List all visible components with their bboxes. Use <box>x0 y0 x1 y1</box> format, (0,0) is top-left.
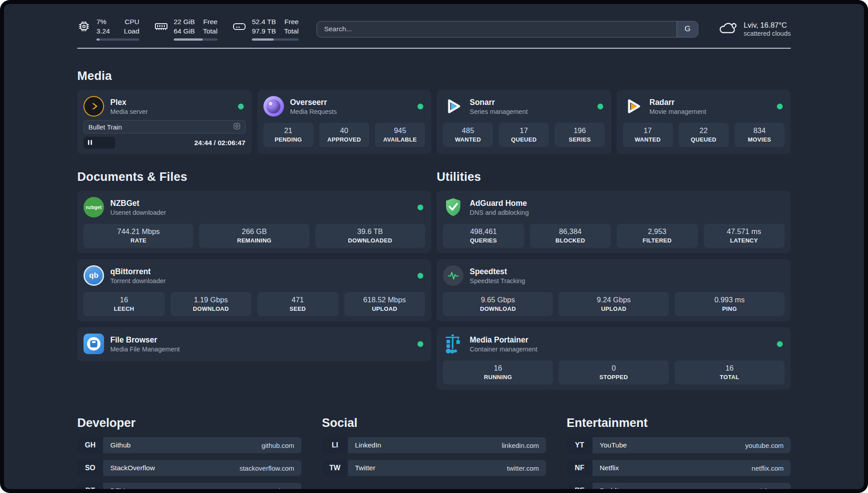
status-dot <box>417 273 423 279</box>
now-playing-box: Bullet Train <box>83 120 246 134</box>
stat-upload: 9.24 Gbps UPLOAD <box>559 292 668 316</box>
card-overseerr: Overseerr Media Requests 21 PENDING 40 A… <box>257 90 432 154</box>
card-subtitle: Series management <box>470 108 528 115</box>
playback-time: 24:44 / 02:06:47 <box>194 139 246 147</box>
stat-movies: 834 MOVIES <box>734 123 785 147</box>
card-subtitle: Usenet downloader <box>110 209 166 216</box>
bookmark-github[interactable]: GH Github github.com <box>77 437 301 453</box>
card-portainer: Media Portainer Container management 16 … <box>437 327 791 390</box>
section-title-utilities: Utilities <box>437 170 791 184</box>
cpu-chip-icon <box>77 20 91 35</box>
bookmark-abbr: SO <box>77 460 103 476</box>
bookmark-abbr: NF <box>567 460 593 476</box>
card-subtitle: Media server <box>110 108 148 115</box>
plex-link[interactable]: Plex Media server <box>83 94 246 118</box>
bookmark-abbr: LI <box>322 437 348 453</box>
stat-queued: 17 QUEUED <box>499 123 549 147</box>
status-dot <box>417 104 423 109</box>
stat-series: 196 SERIES <box>555 123 605 147</box>
status-dot <box>597 104 603 109</box>
bookmark-dev[interactable]: DT DEV dev.to <box>77 483 301 489</box>
cpu-widget: 7% 3.24 CPU Load <box>77 17 139 41</box>
stat-ping: 0.993 ms PING <box>675 292 785 316</box>
status-dot <box>238 104 244 109</box>
hard-drive-icon <box>233 20 246 35</box>
stat-filtered: 2,953 FILTERED <box>617 224 698 248</box>
card-title: qBittorrent <box>110 267 166 276</box>
disk-free: 52.4 TB <box>252 17 276 26</box>
bookmark-name: Twitter <box>355 464 376 472</box>
disk-widget: 52.4 TB 97.9 TB Free Total <box>233 17 299 41</box>
ram-icon <box>154 20 168 35</box>
card-nzbget: nzbget NZBGet Usenet downloader 744.21 M… <box>77 191 431 253</box>
card-qbittorrent: qb qBittorrent Torrent downloader 16 LEE… <box>77 259 431 322</box>
bookmark-url: reddit.com <box>752 487 784 489</box>
bookmark-linkedin[interactable]: LI LinkedIn linkedin.com <box>322 437 546 453</box>
bookmark-netflix[interactable]: NF Netflix netflix.com <box>567 460 791 476</box>
portainer-link[interactable]: Media Portainer Container management <box>443 332 785 356</box>
stat-queries: 498,461 QUERIES <box>443 224 524 248</box>
playback-progress-pill[interactable] <box>83 137 115 149</box>
section-documents: Documents & Files nzbget NZBGet Usenet d… <box>77 170 431 367</box>
card-title: File Browser <box>110 335 180 345</box>
bookmark-stackoverflow[interactable]: SO StackOverflow stackoverflow.com <box>77 460 301 476</box>
bookmark-name: LinkedIn <box>355 441 381 449</box>
status-dot <box>417 341 423 347</box>
card-adguard: AdGuard Home DNS and adblocking 498,461 … <box>437 191 791 253</box>
card-subtitle: Container management <box>470 346 538 353</box>
video-settings-icon <box>233 122 241 132</box>
cpu-usage: 7% <box>96 17 110 26</box>
card-subtitle: Torrent downloader <box>110 277 166 284</box>
cpu-label-2: Load <box>124 27 139 36</box>
status-dot <box>417 205 423 210</box>
stat-total: 16 TOTAL <box>675 360 785 384</box>
filebrowser-link[interactable]: File Browser Media File Management <box>83 332 425 356</box>
bookmark-url: netflix.com <box>751 464 784 472</box>
scattered-clouds-icon <box>718 20 738 38</box>
memory-progress-fill <box>174 38 203 41</box>
speedtest-pulse-icon <box>443 265 463 286</box>
memory-label-1: Free <box>203 17 217 26</box>
card-subtitle: Media File Management <box>110 346 180 353</box>
disk-progress-track <box>252 38 299 41</box>
bookmark-reddit[interactable]: RE Reddit reddit.com <box>567 483 791 489</box>
bookmark-group-title: Entertainment <box>567 416 791 430</box>
cpu-progress-fill <box>96 38 100 41</box>
section-media: Media Plex Media server <box>77 69 791 154</box>
stat-stopped: 0 STOPPED <box>559 360 668 384</box>
overseerr-link[interactable]: Overseerr Media Requests <box>263 94 426 118</box>
radarr-link[interactable]: Radarr Movie management <box>623 94 785 118</box>
bookmark-twitter[interactable]: TW Twitter twitter.com <box>322 460 546 476</box>
bookmark-url: twitter.com <box>507 464 539 472</box>
bookmark-name: YouTube <box>600 441 627 449</box>
bookmark-abbr: YT <box>567 437 593 453</box>
bookmark-url: github.com <box>262 442 294 449</box>
cpu-label-1: CPU <box>124 17 139 26</box>
bookmark-name: StackOverflow <box>110 464 155 472</box>
speedtest-link[interactable]: Speedtest Speedtest Tracking <box>443 263 785 288</box>
stat-download: 9.65 Gbps DOWNLOAD <box>443 292 553 316</box>
card-title: Media Portainer <box>470 335 538 345</box>
weather-widget: Lviv, 16.87°C scattered clouds <box>718 20 791 38</box>
stat-upload: 618.52 Mbps UPLOAD <box>344 292 426 316</box>
bookmark-group-social: Social LI LinkedIn linkedin.com TW Twitt… <box>322 416 546 489</box>
cpu-load: 3.24 <box>96 27 110 36</box>
plex-icon <box>83 96 104 117</box>
card-subtitle: Movie management <box>650 108 706 115</box>
bookmark-name: Github <box>110 441 131 449</box>
bookmark-name: Reddit <box>600 487 620 489</box>
cpu-progress-track <box>96 38 139 41</box>
qbittorrent-link[interactable]: qb qBittorrent Torrent downloader <box>83 263 425 288</box>
bookmark-youtube[interactable]: YT YouTube youtube.com <box>567 437 791 453</box>
nzbget-link[interactable]: nzbget NZBGet Usenet downloader <box>83 195 425 219</box>
bookmark-group-title: Developer <box>77 416 301 430</box>
disk-label-1: Free <box>284 17 299 26</box>
adguard-link[interactable]: AdGuard Home DNS and adblocking <box>443 195 785 219</box>
weather-condition: scattered clouds <box>743 30 791 37</box>
stat-latency: 47.571 ms LATENCY <box>704 224 785 248</box>
search-engine-button[interactable]: G <box>676 21 698 37</box>
search-input[interactable] <box>317 21 677 37</box>
stat-downloaded: 39.6 TB DOWNLOADED <box>315 224 425 248</box>
sonarr-link[interactable]: Sonarr Series management <box>443 94 605 118</box>
card-subtitle: DNS and adblocking <box>470 209 529 216</box>
